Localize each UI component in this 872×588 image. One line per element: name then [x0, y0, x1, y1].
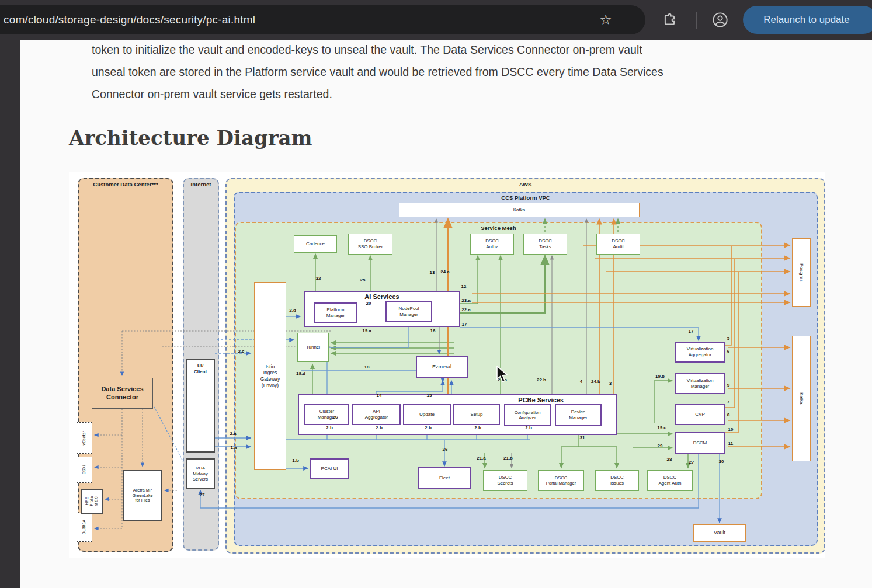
edge-label-22.a: 22.a: [461, 307, 471, 312]
edge-label-6: 6: [727, 349, 729, 354]
mouse-cursor: [495, 366, 510, 385]
edge-label-2.b: 2.b: [474, 425, 481, 430]
edge-label-19.b: 19.b: [655, 374, 665, 379]
bookmark-star-icon[interactable]: ☆: [597, 10, 614, 30]
page-title: Architecture Diagram: [69, 126, 312, 149]
paragraph-line: Connector on-prem vault service gets res…: [92, 83, 839, 105]
edge-label-13: 13: [430, 270, 435, 275]
edge-label-9: 9: [727, 382, 729, 388]
relaunch-to-update-button[interactable]: Relaunch to update: [743, 6, 872, 34]
edge-label-2.c: 2.c: [238, 349, 244, 354]
edge-label-21.a: 21.a: [477, 455, 486, 461]
edge-label-12: 12: [461, 284, 467, 289]
edge-label-17: 17: [462, 322, 467, 327]
edge-label-26: 26: [333, 415, 338, 420]
edge-label-24.a: 24.a: [440, 269, 450, 274]
edge-label-14: 14: [377, 393, 382, 398]
edge-label-19.a: 19.a: [362, 328, 371, 333]
edge-label-20: 20: [366, 301, 371, 306]
edge-label-4: 4: [580, 379, 582, 384]
edge-label-2.d: 2.d: [289, 308, 296, 313]
edge-label-21.b: 21.b: [503, 455, 513, 461]
edge-label-22.b: 22.b: [537, 377, 546, 382]
edge-label-8: 8: [727, 412, 729, 417]
edge-label-18: 18: [364, 364, 370, 370]
edge-label-7: 7: [727, 399, 729, 405]
edge-label-19.d: 19.d: [296, 371, 305, 376]
edge-label-32: 32: [316, 276, 321, 281]
edge-label-2.b: 2.b: [376, 425, 383, 430]
edge-label-2.a: 2.a: [230, 431, 236, 436]
body-paragraph: token to initialize the vault and encode…: [92, 39, 839, 105]
architecture-diagram: Customer Data Center***InternetAWSCCS Pl…: [69, 172, 825, 558]
edge-label-10: 10: [728, 427, 734, 432]
edge-label-28: 28: [667, 457, 672, 462]
extensions-puzzle-icon[interactable]: [662, 12, 678, 30]
edge-label-3: 3: [609, 381, 612, 386]
edge-label-31: 31: [580, 435, 585, 440]
edge-label-2.b: 2.b: [425, 425, 432, 430]
profile-icon[interactable]: [712, 12, 728, 30]
edge-label-30: 30: [719, 459, 724, 464]
edge-label-2.b: 2.b: [326, 425, 333, 430]
browser-toolbar: com/cloud/storage-design/docs/security/p…: [0, 0, 872, 40]
edge-label-27: 27: [200, 492, 205, 497]
url-text[interactable]: com/cloud/storage-design/docs/security/p…: [4, 5, 255, 34]
diagram-edge-labels: 32251324.a1223.a22.a172.d2019.a161819.d2…: [69, 172, 825, 558]
edge-label-19.c: 19.c: [657, 425, 666, 430]
edge-label-1.a: 1.a: [230, 445, 237, 450]
edge-label-15: 15: [427, 393, 432, 398]
edge-label-24.b: 24.b: [591, 379, 600, 384]
edge-label-23.a: 23.a: [461, 298, 471, 303]
window-left-edge: [0, 40, 20, 588]
paragraph-line: token to initialize the vault and encode…: [92, 39, 839, 61]
edge-label-27: 27: [689, 460, 694, 465]
edge-label-25: 25: [360, 277, 366, 283]
edge-label-16: 16: [430, 328, 436, 333]
edge-label-17: 17: [689, 329, 694, 334]
address-bar[interactable]: com/cloud/storage-design/docs/security/p…: [0, 5, 645, 34]
toolbar-divider: [696, 12, 697, 29]
edge-label-26: 26: [443, 447, 448, 452]
paragraph-line: unseal token are stored in the Platform …: [92, 61, 839, 83]
edge-label-1.b: 1.b: [292, 458, 299, 463]
edge-label-5: 5: [727, 336, 729, 341]
edge-label-2.b: 2.b: [525, 425, 532, 430]
edge-label-29: 29: [658, 443, 663, 448]
edge-label-11: 11: [728, 441, 733, 446]
